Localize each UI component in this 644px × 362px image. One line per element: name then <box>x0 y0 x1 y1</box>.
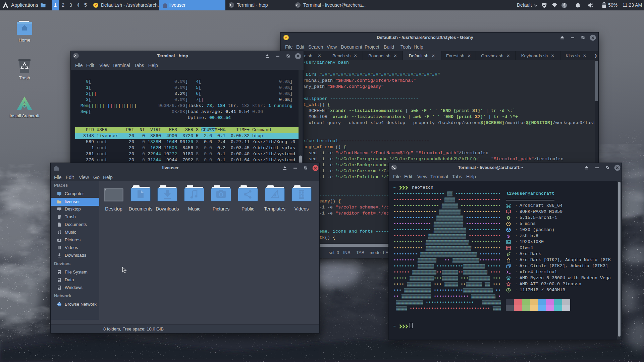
svg-text:$: $ <box>507 234 510 239</box>
